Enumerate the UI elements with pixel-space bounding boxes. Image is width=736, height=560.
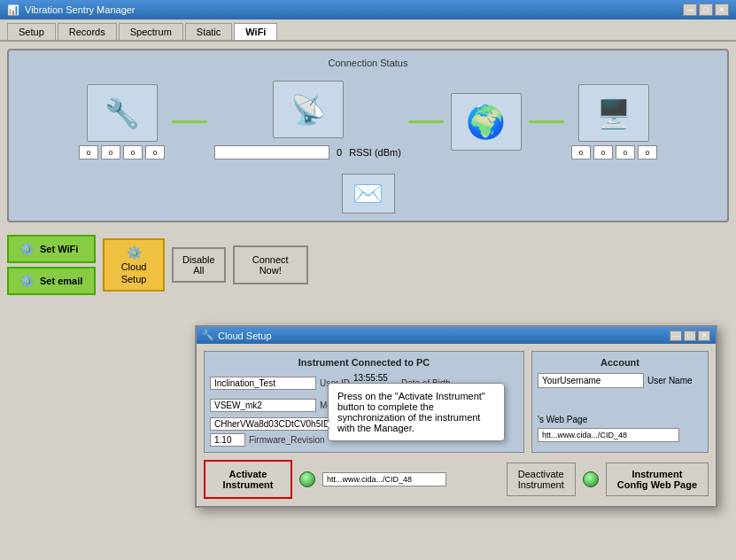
signal-inputs-2 (571, 145, 657, 159)
url-field[interactable] (538, 428, 679, 442)
signal-input-7[interactable] (616, 145, 635, 159)
app-title: Vibration Sentry Manager (25, 4, 136, 15)
dialog-maximize-button[interactable]: □ (684, 331, 696, 341)
minimize-button[interactable]: — (683, 4, 697, 16)
rssi-row: 0 RSSI (dBm) (214, 145, 401, 159)
title-bar: 📊 Vibration Sentry Manager — □ ✕ (0, 0, 736, 19)
gear-icon-email: ⚙️ (19, 274, 35, 288)
internet-device: 🌍 (451, 93, 522, 151)
tab-wifi[interactable]: WiFi (234, 23, 277, 40)
computer-device: 🖥️ (578, 84, 649, 142)
globe-icon: 🌍 (466, 104, 506, 141)
connector-1 (172, 121, 207, 123)
activate-instrument-button[interactable]: Activate Instrument (204, 460, 292, 499)
close-button[interactable]: ✕ (715, 4, 729, 16)
connect-now-button[interactable]: Connect Now! (233, 245, 308, 284)
username-label: User Name (647, 376, 693, 385)
signal-input-1[interactable] (79, 145, 98, 159)
tab-bar: Setup Records Spectrum Static WiFi (0, 19, 736, 42)
computer-icon: 🖥️ (596, 97, 631, 130)
activate-led (299, 471, 315, 487)
sensor-device: 🔧 (87, 84, 158, 142)
router-device: 📡 (273, 81, 344, 138)
username-input[interactable] (538, 373, 644, 388)
tab-records[interactable]: Records (58, 23, 117, 40)
tooltip-text: Press on the "Activate Instrument" butto… (337, 391, 485, 433)
maximize-button[interactable]: □ (699, 4, 713, 16)
connector-2 (408, 121, 444, 123)
disable-all-button[interactable]: Disable All (172, 247, 226, 283)
email-icon-box: ✉️ (342, 174, 395, 214)
signal-input-4[interactable] (145, 145, 165, 159)
rssi-value: 0 (337, 147, 342, 158)
rssi-bar (214, 145, 329, 159)
gear-icon-wifi: ⚙️ (19, 242, 35, 256)
username-row: User Name (538, 373, 702, 388)
connection-row: 🔧 📡 0 RSSI ( (16, 74, 720, 170)
connection-status-title: Connection Status (16, 58, 720, 68)
deactivate-instrument-button[interactable]: Deactivate Instrument (507, 463, 576, 496)
account-panel-title: Account (538, 357, 702, 368)
instrument-firmware[interactable] (210, 433, 245, 447)
user-id-value-1: 13:55:55 (353, 373, 398, 383)
title-bar-left: 📊 Vibration Sentry Manager (7, 4, 136, 16)
email-icon: ✉️ (353, 179, 383, 208)
app-icon: 📊 (7, 4, 19, 16)
dialog-title-left: 🔧 Cloud Setup (202, 330, 272, 341)
firmware-label: Firmware_Revision (249, 435, 325, 445)
gear-icon-cloud: ⚙️ (127, 245, 142, 260)
dialog-bottom: Activate Instrument Deactivate Instrumen… (204, 460, 709, 499)
signal-inputs-1 (79, 145, 165, 159)
rssi-label: RSSI (dBm) (349, 147, 401, 158)
deactivate-led (583, 471, 599, 487)
webpage-label: 's Web Page (538, 415, 587, 424)
tooltip-bubble: Press on the "Activate Instrument" butto… (328, 383, 505, 441)
dialog-title: Cloud Setup (218, 331, 272, 341)
tab-static[interactable]: Static (185, 23, 233, 40)
account-panel: Account User Name 's Web Page (531, 351, 709, 453)
instrument-name[interactable] (210, 377, 316, 390)
bottom-url-field[interactable] (322, 472, 446, 486)
instrument-model[interactable] (210, 399, 316, 412)
dialog-minimize-button[interactable]: — (670, 331, 682, 341)
connector-3 (529, 121, 564, 123)
signal-input-3[interactable] (123, 145, 143, 159)
instrument-config-button[interactable]: Instrument Config Web Page (606, 463, 709, 496)
sensor-icon: 🔧 (105, 97, 140, 130)
set-email-button[interactable]: ⚙️ Set email (7, 267, 96, 295)
bottom-controls: ⚙️ Set WiFi ⚙️ Set email ⚙️ Cloud Setup … (7, 231, 729, 299)
cloud-setup-button[interactable]: ⚙️ Cloud Setup (103, 238, 165, 292)
webpage-row: 's Web Page (538, 415, 702, 424)
signal-input-5[interactable] (571, 145, 591, 159)
set-wifi-button[interactable]: ⚙️ Set WiFi (7, 235, 96, 263)
main-content: Connection Status 🔧 📡 (0, 42, 736, 560)
connection-status-panel: Connection Status 🔧 📡 (7, 49, 729, 222)
dialog-close-button[interactable]: ✕ (698, 331, 710, 341)
tab-setup[interactable]: Setup (7, 23, 56, 40)
signal-input-2[interactable] (101, 145, 120, 159)
signal-input-8[interactable] (638, 145, 657, 159)
title-bar-buttons: — □ ✕ (683, 4, 729, 16)
dialog-icon: 🔧 (202, 330, 214, 341)
dialog-title-bar: 🔧 Cloud Setup — □ ✕ (197, 327, 716, 344)
router-icon: 📡 (291, 93, 326, 127)
dialog-title-buttons: — □ ✕ (670, 331, 710, 341)
signal-input-6[interactable] (593, 145, 613, 159)
tab-spectrum[interactable]: Spectrum (119, 23, 183, 40)
instrument-panel-title: Instrument Connected to PC (210, 357, 518, 368)
